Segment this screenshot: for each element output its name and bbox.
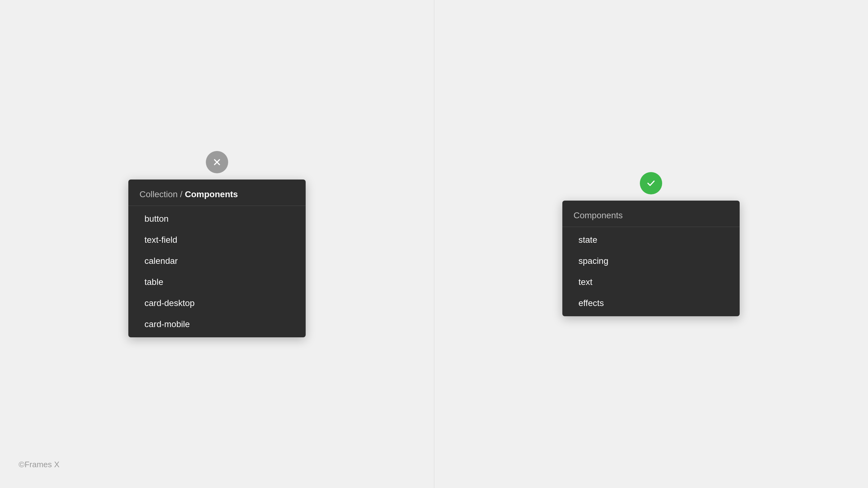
list-item[interactable]: spacing [562,250,740,272]
left-dropdown-title: Collection / Components [140,189,238,199]
right-dropdown-title: Components [574,211,623,220]
right-dropdown-panel: Components state spacing text effects [562,201,740,316]
left-panel: Collection / Components button text-fiel… [0,0,434,488]
list-item[interactable]: text-field [128,230,306,250]
close-icon-button[interactable] [206,151,228,173]
left-panel-content: Collection / Components button text-fiel… [128,151,306,337]
list-item[interactable]: calendar [128,250,306,272]
list-item[interactable]: card-mobile [128,314,306,335]
title-separator: / [178,189,185,199]
list-item[interactable]: button [128,208,306,230]
list-item[interactable]: effects [562,293,740,314]
check-icon-button[interactable] [640,172,662,194]
right-panel-content: Components state spacing text effects [562,172,740,316]
left-dropdown-items: button text-field calendar table card-de… [128,206,306,337]
right-dropdown-items: state spacing text effects [562,227,740,316]
footer-copyright: ©Frames X [19,460,60,469]
list-item[interactable]: text [562,272,740,293]
right-dropdown-header: Components [562,201,740,227]
right-panel: Components state spacing text effects [434,0,868,488]
title-prefix: Collection [140,189,178,199]
title-bold: Components [185,189,238,199]
list-item[interactable]: card-desktop [128,293,306,314]
left-dropdown-header: Collection / Components [128,180,306,206]
list-item[interactable]: state [562,230,740,250]
left-dropdown-panel: Collection / Components button text-fiel… [128,180,306,337]
list-item[interactable]: table [128,272,306,293]
